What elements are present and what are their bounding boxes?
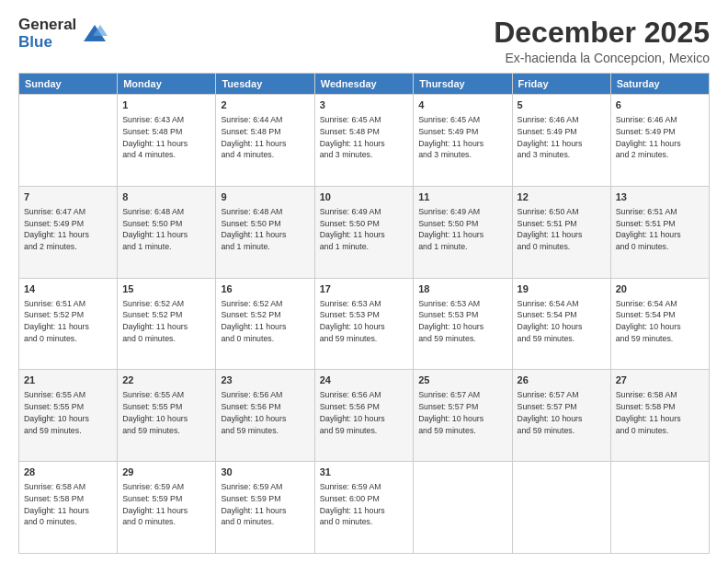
calendar-cell: 14Sunrise: 6:51 AMSunset: 5:52 PMDayligh…	[19, 278, 118, 370]
logo-general: General	[18, 17, 76, 34]
day-info: Sunrise: 6:57 AMSunset: 5:57 PMDaylight:…	[418, 390, 483, 434]
calendar-cell: 6Sunrise: 6:46 AMSunset: 5:49 PMDaylight…	[610, 95, 709, 187]
day-number: 2	[221, 98, 309, 112]
day-info: Sunrise: 6:52 AMSunset: 5:52 PMDaylight:…	[122, 299, 188, 343]
calendar-cell: 16Sunrise: 6:52 AMSunset: 5:52 PMDayligh…	[216, 278, 314, 370]
day-number: 20	[616, 282, 704, 296]
page: General Blue December 2025 Ex-hacienda l…	[0, 0, 728, 563]
calendar-cell: 15Sunrise: 6:52 AMSunset: 5:52 PMDayligh…	[118, 278, 216, 370]
calendar-cell: 20Sunrise: 6:54 AMSunset: 5:54 PMDayligh…	[610, 278, 709, 370]
day-number: 13	[616, 190, 704, 204]
day-number: 31	[320, 465, 409, 479]
header-wednesday: Wednesday	[314, 74, 414, 95]
calendar-table: Sunday Monday Tuesday Wednesday Thursday…	[18, 73, 710, 554]
day-info: Sunrise: 6:44 AMSunset: 5:48 PMDaylight:…	[221, 115, 286, 159]
calendar-cell: 2Sunrise: 6:44 AMSunset: 5:48 PMDaylight…	[216, 95, 314, 187]
header-saturday: Saturday	[610, 74, 709, 95]
calendar-cell: 1Sunrise: 6:43 AMSunset: 5:48 PMDaylight…	[118, 95, 216, 187]
day-number: 11	[418, 190, 506, 204]
calendar-cell: 13Sunrise: 6:51 AMSunset: 5:51 PMDayligh…	[610, 186, 709, 278]
day-info: Sunrise: 6:43 AMSunset: 5:48 PMDaylight:…	[122, 115, 188, 159]
day-number: 19	[518, 282, 606, 296]
calendar-cell: 29Sunrise: 6:59 AMSunset: 5:59 PMDayligh…	[118, 462, 216, 554]
day-info: Sunrise: 6:54 AMSunset: 5:54 PMDaylight:…	[518, 299, 583, 343]
day-info: Sunrise: 6:59 AMSunset: 5:59 PMDaylight:…	[221, 482, 286, 526]
day-info: Sunrise: 6:59 AMSunset: 6:00 PMDaylight:…	[320, 482, 385, 526]
day-number: 8	[122, 190, 210, 204]
calendar-cell: 18Sunrise: 6:53 AMSunset: 5:53 PMDayligh…	[414, 278, 512, 370]
day-number: 9	[221, 190, 309, 204]
day-info: Sunrise: 6:55 AMSunset: 5:55 PMDaylight:…	[122, 390, 188, 434]
day-number: 23	[221, 373, 309, 387]
day-number: 3	[320, 98, 409, 112]
logo: General Blue	[18, 17, 108, 51]
day-info: Sunrise: 6:48 AMSunset: 5:50 PMDaylight:…	[122, 207, 188, 251]
day-info: Sunrise: 6:50 AMSunset: 5:51 PMDaylight:…	[518, 207, 583, 251]
day-info: Sunrise: 6:56 AMSunset: 5:56 PMDaylight:…	[221, 390, 286, 434]
header-thursday: Thursday	[414, 74, 512, 95]
day-number: 12	[518, 190, 606, 204]
logo-blue: Blue	[18, 34, 76, 52]
day-info: Sunrise: 6:49 AMSunset: 5:50 PMDaylight:…	[320, 207, 385, 251]
day-number: 29	[122, 465, 210, 479]
day-info: Sunrise: 6:46 AMSunset: 5:49 PMDaylight:…	[518, 115, 583, 159]
calendar-cell	[414, 462, 512, 554]
calendar-cell: 27Sunrise: 6:58 AMSunset: 5:58 PMDayligh…	[610, 370, 709, 462]
day-number: 26	[518, 373, 606, 387]
day-info: Sunrise: 6:45 AMSunset: 5:49 PMDaylight:…	[418, 115, 483, 159]
day-number: 18	[418, 282, 506, 296]
day-info: Sunrise: 6:46 AMSunset: 5:49 PMDaylight:…	[616, 115, 681, 159]
calendar-cell: 21Sunrise: 6:55 AMSunset: 5:55 PMDayligh…	[19, 370, 118, 462]
month-title: December 2025	[494, 17, 710, 49]
calendar-cell: 26Sunrise: 6:57 AMSunset: 5:57 PMDayligh…	[512, 370, 610, 462]
day-info: Sunrise: 6:58 AMSunset: 5:58 PMDaylight:…	[24, 482, 89, 526]
calendar-cell: 3Sunrise: 6:45 AMSunset: 5:48 PMDaylight…	[314, 95, 414, 187]
calendar-cell: 8Sunrise: 6:48 AMSunset: 5:50 PMDaylight…	[118, 186, 216, 278]
header: General Blue December 2025 Ex-hacienda l…	[18, 17, 710, 65]
day-number: 16	[221, 282, 309, 296]
day-info: Sunrise: 6:58 AMSunset: 5:58 PMDaylight:…	[616, 390, 681, 434]
day-info: Sunrise: 6:49 AMSunset: 5:50 PMDaylight:…	[418, 207, 483, 251]
day-number: 25	[418, 373, 506, 387]
day-number: 14	[24, 282, 112, 296]
day-number: 4	[418, 98, 506, 112]
day-number: 27	[616, 373, 704, 387]
calendar-cell: 7Sunrise: 6:47 AMSunset: 5:49 PMDaylight…	[19, 186, 118, 278]
location-subtitle: Ex-hacienda la Concepcion, Mexico	[494, 51, 710, 65]
day-info: Sunrise: 6:55 AMSunset: 5:55 PMDaylight:…	[24, 390, 89, 434]
day-number: 1	[122, 98, 210, 112]
day-info: Sunrise: 6:59 AMSunset: 5:59 PMDaylight:…	[122, 482, 188, 526]
day-info: Sunrise: 6:48 AMSunset: 5:50 PMDaylight:…	[221, 207, 286, 251]
day-number: 30	[221, 465, 309, 479]
calendar-cell	[610, 462, 709, 554]
calendar-cell	[19, 95, 118, 187]
calendar-header-row: Sunday Monday Tuesday Wednesday Thursday…	[19, 74, 710, 95]
calendar-cell: 4Sunrise: 6:45 AMSunset: 5:49 PMDaylight…	[414, 95, 512, 187]
calendar-cell: 25Sunrise: 6:57 AMSunset: 5:57 PMDayligh…	[414, 370, 512, 462]
calendar-cell: 22Sunrise: 6:55 AMSunset: 5:55 PMDayligh…	[118, 370, 216, 462]
calendar-cell: 30Sunrise: 6:59 AMSunset: 5:59 PMDayligh…	[216, 462, 314, 554]
day-info: Sunrise: 6:51 AMSunset: 5:51 PMDaylight:…	[616, 207, 681, 251]
header-tuesday: Tuesday	[216, 74, 314, 95]
day-info: Sunrise: 6:52 AMSunset: 5:52 PMDaylight:…	[221, 299, 286, 343]
day-number: 7	[24, 190, 112, 204]
logo-icon	[82, 21, 108, 47]
day-info: Sunrise: 6:51 AMSunset: 5:52 PMDaylight:…	[24, 299, 89, 343]
calendar-cell: 19Sunrise: 6:54 AMSunset: 5:54 PMDayligh…	[512, 278, 610, 370]
calendar-cell: 24Sunrise: 6:56 AMSunset: 5:56 PMDayligh…	[314, 370, 414, 462]
day-number: 22	[122, 373, 210, 387]
calendar-cell	[512, 462, 610, 554]
day-info: Sunrise: 6:54 AMSunset: 5:54 PMDaylight:…	[616, 299, 681, 343]
day-number: 21	[24, 373, 112, 387]
calendar-cell: 17Sunrise: 6:53 AMSunset: 5:53 PMDayligh…	[314, 278, 414, 370]
calendar-cell: 5Sunrise: 6:46 AMSunset: 5:49 PMDaylight…	[512, 95, 610, 187]
header-monday: Monday	[118, 74, 216, 95]
calendar-cell: 28Sunrise: 6:58 AMSunset: 5:58 PMDayligh…	[19, 462, 118, 554]
day-number: 28	[24, 465, 112, 479]
calendar-cell: 12Sunrise: 6:50 AMSunset: 5:51 PMDayligh…	[512, 186, 610, 278]
day-number: 5	[518, 98, 606, 112]
calendar-cell: 11Sunrise: 6:49 AMSunset: 5:50 PMDayligh…	[414, 186, 512, 278]
header-friday: Friday	[512, 74, 610, 95]
day-info: Sunrise: 6:57 AMSunset: 5:57 PMDaylight:…	[518, 390, 583, 434]
day-info: Sunrise: 6:47 AMSunset: 5:49 PMDaylight:…	[24, 207, 89, 251]
